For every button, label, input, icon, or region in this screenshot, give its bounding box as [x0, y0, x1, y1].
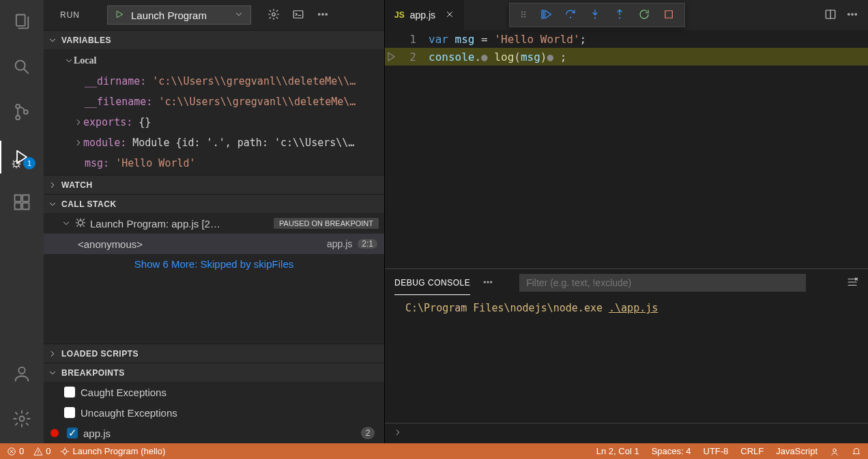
svg-point-34: [619, 17, 620, 18]
bp-file[interactable]: ✓ app.js 2: [44, 423, 384, 443]
clear-console-icon[interactable]: [846, 276, 858, 290]
debug-toolbar[interactable]: [509, 3, 685, 27]
svg-point-16: [326, 13, 327, 14]
settings-gear-icon[interactable]: [5, 402, 38, 435]
console-output[interactable]: C:\Program Files\nodejs\node.exe .\app.j…: [385, 296, 868, 423]
scope-local[interactable]: Local: [44, 51, 384, 71]
svg-point-10: [18, 367, 25, 374]
callstack-process[interactable]: Launch Program: app.js [2… PAUSED ON BRE…: [44, 213, 384, 234]
code-line-1[interactable]: 1 var msg = 'Hello World';: [385, 30, 868, 48]
run-debug-icon[interactable]: 1: [5, 141, 38, 173]
repl-caret-icon[interactable]: [393, 428, 403, 439]
chevron-right-icon: [48, 180, 57, 190]
svg-point-37: [63, 449, 68, 454]
extensions-icon[interactable]: [5, 186, 38, 219]
status-debug-target[interactable]: Launch Program (hello): [60, 446, 165, 456]
svg-point-17: [78, 220, 83, 225]
execution-pointer-icon: [386, 51, 399, 63]
chevron-down-icon: [48, 199, 57, 209]
source-control-icon[interactable]: [5, 96, 38, 128]
chevron-down-icon: [64, 56, 74, 66]
bp-uncaught-exceptions[interactable]: Uncaught Exceptions: [44, 402, 384, 423]
var-filename[interactable]: __filename: 'c:\\Users\\gregvanl\\delete…: [44, 92, 384, 112]
step-out-icon[interactable]: [613, 8, 626, 23]
svg-point-11: [20, 417, 25, 421]
sidebar-title: RUN: [60, 10, 80, 20]
var-msg[interactable]: msg: 'Hello World': [44, 153, 384, 173]
js-file-icon: JS: [394, 10, 405, 20]
checkbox-unchecked-icon[interactable]: [64, 387, 75, 398]
variables-section[interactable]: VARIABLES: [44, 30, 384, 49]
launch-config-select[interactable]: Launch Program: [107, 5, 251, 25]
checkbox-checked-icon[interactable]: ✓: [67, 428, 78, 439]
status-indent[interactable]: Spaces: 4: [652, 446, 691, 456]
editor-area: JS app.js 1 var msg = 'Hello World'; 2 c…: [385, 0, 868, 443]
svg-point-25: [521, 11, 523, 12]
status-language[interactable]: JavaScript: [776, 446, 818, 456]
stop-icon[interactable]: [663, 8, 675, 23]
breakpoints-section[interactable]: BREAKPOINTS: [44, 363, 384, 382]
svg-point-14: [318, 13, 319, 14]
more-icon[interactable]: [482, 277, 493, 290]
svg-point-1: [16, 61, 25, 70]
debug-badge: 1: [23, 157, 35, 169]
feedback-icon[interactable]: [830, 447, 839, 456]
code-line-2[interactable]: 2 console.● log(msg)● ;: [385, 48, 868, 66]
start-debug-icon[interactable]: [115, 10, 124, 21]
bp-line-badge: 2: [361, 427, 375, 439]
console-line: C:\Program Files\nodejs\node.exe .\app.j…: [405, 302, 848, 314]
var-exports[interactable]: exports: {}: [44, 112, 384, 133]
callstack-status: PAUSED ON BREAKPOINT: [274, 218, 379, 229]
more-icon[interactable]: [317, 8, 329, 23]
svg-point-26: [524, 11, 525, 12]
svg-point-19: [848, 13, 850, 14]
svg-point-30: [524, 16, 525, 17]
watch-section[interactable]: WATCH: [44, 175, 384, 194]
chevron-down-icon: [48, 36, 57, 45]
debug-console-icon[interactable]: [292, 8, 304, 23]
chevron-down-icon[interactable]: [234, 10, 244, 21]
gear-icon[interactable]: [267, 8, 280, 23]
svg-rect-9: [23, 195, 29, 201]
var-module[interactable]: module: Module {id: '.', path: 'c:\\User…: [44, 133, 384, 153]
close-icon[interactable]: [445, 10, 454, 21]
chevron-down-icon: [61, 219, 71, 228]
accounts-icon[interactable]: [5, 357, 38, 390]
checkbox-unchecked-icon[interactable]: [64, 407, 75, 418]
status-encoding[interactable]: UTF-8: [704, 446, 729, 456]
continue-icon[interactable]: [540, 8, 552, 23]
tab-appjs[interactable]: JS app.js: [385, 0, 464, 30]
bp-caught-exceptions[interactable]: Caught Exceptions: [44, 382, 384, 402]
status-errors[interactable]: 0: [7, 446, 24, 456]
tab-debug-console[interactable]: DEBUG CONSOLE: [394, 271, 470, 295]
callstack-frame[interactable]: <anonymous> app.js 2:1: [44, 234, 384, 254]
drag-handle-icon[interactable]: [519, 9, 527, 22]
notifications-icon[interactable]: [852, 447, 861, 456]
chevron-right-icon: [74, 117, 83, 127]
status-warnings[interactable]: 0: [33, 446, 50, 456]
svg-rect-6: [15, 195, 21, 201]
search-icon[interactable]: [5, 51, 38, 83]
loaded-scripts-section[interactable]: LOADED SCRIPTS: [44, 344, 384, 363]
callstack-section[interactable]: CALL STACK: [44, 194, 384, 213]
svg-rect-8: [23, 203, 29, 209]
restart-icon[interactable]: [638, 8, 650, 23]
more-icon[interactable]: [846, 8, 858, 23]
svg-point-24: [491, 281, 492, 282]
console-filter-input[interactable]: [519, 274, 806, 292]
status-eol[interactable]: CRLF: [740, 446, 764, 456]
explorer-icon[interactable]: [5, 5, 38, 38]
svg-point-21: [855, 13, 856, 14]
code-editor[interactable]: 1 var msg = 'Hello World'; 2 console.● l…: [385, 30, 868, 268]
var-dirname[interactable]: __dirname: 'c:\\Users\\gregvanl\\deleteM…: [44, 71, 384, 92]
status-cursor-pos[interactable]: Ln 2, Col 1: [596, 446, 639, 456]
callstack-show-more[interactable]: Show 6 More: Skipped by skipFiles: [44, 254, 384, 274]
bug-icon: [75, 217, 86, 230]
svg-point-12: [272, 12, 276, 16]
svg-point-22: [484, 281, 485, 282]
step-over-icon[interactable]: [564, 8, 577, 23]
svg-point-15: [322, 13, 323, 14]
step-into-icon[interactable]: [589, 8, 601, 23]
svg-point-23: [487, 281, 489, 282]
split-editor-icon[interactable]: [824, 8, 837, 23]
